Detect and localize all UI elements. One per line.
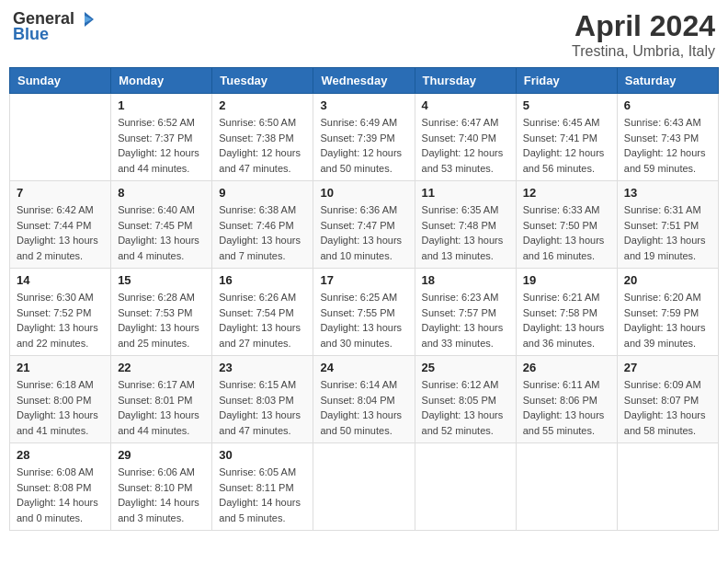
week-row-4: 21 Sunrise: 6:18 AM Sunset: 8:00 PM Dayl… [10,356,719,443]
day-cell: 8 Sunrise: 6:40 AM Sunset: 7:45 PM Dayli… [111,181,212,269]
sunset-text: Sunset: 8:03 PM [219,393,306,408]
day-info: Sunrise: 6:23 AM Sunset: 7:57 PM Dayligh… [422,290,509,350]
page-header: General Blue April 2024 Trestina, Umbria… [9,9,719,60]
sunset-text: Sunset: 7:55 PM [320,305,407,321]
day-cell: 11 Sunrise: 6:35 AM Sunset: 7:48 PM Dayl… [415,181,516,269]
day-cell: 30 Sunrise: 6:05 AM Sunset: 8:11 PM Dayl… [212,443,313,531]
sunrise-text: Sunrise: 6:14 AM [320,377,407,393]
sunrise-text: Sunrise: 6:21 AM [523,290,610,305]
header-friday: Friday [516,68,617,94]
sunrise-text: Sunrise: 6:35 AM [422,202,509,218]
day-number: 25 [422,361,509,374]
day-cell: 21 Sunrise: 6:18 AM Sunset: 8:00 PM Dayl… [10,356,111,443]
day-cell: 5 Sunrise: 6:45 AM Sunset: 7:41 PM Dayli… [516,94,617,181]
day-number: 2 [219,98,306,112]
sunset-text: Sunset: 8:11 PM [219,480,306,496]
sunrise-text: Sunrise: 6:09 AM [624,377,711,393]
day-info: Sunrise: 6:06 AM Sunset: 8:10 PM Dayligh… [118,465,205,525]
day-cell: 10 Sunrise: 6:36 AM Sunset: 7:47 PM Dayl… [313,181,415,269]
day-info: Sunrise: 6:35 AM Sunset: 7:48 PM Dayligh… [422,202,509,263]
sunrise-text: Sunrise: 6:45 AM [523,115,610,131]
day-number: 6 [624,98,711,112]
day-cell: 15 Sunrise: 6:28 AM Sunset: 7:53 PM Dayl… [111,269,212,356]
sunrise-text: Sunrise: 6:17 AM [118,377,205,393]
calendar-table: Sunday Monday Tuesday Wednesday Thursday… [9,67,719,531]
day-cell: 12 Sunrise: 6:33 AM Sunset: 7:50 PM Dayl… [516,181,617,269]
day-info: Sunrise: 6:09 AM Sunset: 8:07 PM Dayligh… [624,377,711,438]
day-cell: 20 Sunrise: 6:20 AM Sunset: 7:59 PM Dayl… [617,269,718,356]
daylight-text: Daylight: 13 hours and 52 minutes. [422,408,509,438]
day-number: 24 [320,361,407,374]
sunset-text: Sunset: 7:53 PM [118,305,205,321]
weekday-header-row: Sunday Monday Tuesday Wednesday Thursday… [10,68,719,94]
day-cell: 14 Sunrise: 6:30 AM Sunset: 7:52 PM Dayl… [10,269,111,356]
day-info: Sunrise: 6:36 AM Sunset: 7:47 PM Dayligh… [320,202,407,263]
daylight-text: Daylight: 12 hours and 44 minutes. [118,145,205,176]
day-cell: 27 Sunrise: 6:09 AM Sunset: 8:07 PM Dayl… [617,356,718,443]
day-cell [10,94,111,181]
day-cell [516,443,617,531]
daylight-text: Daylight: 13 hours and 4 minutes. [118,233,205,263]
daylight-text: Daylight: 13 hours and 13 minutes. [422,233,509,263]
header-saturday: Saturday [617,68,718,94]
day-info: Sunrise: 6:47 AM Sunset: 7:40 PM Dayligh… [422,115,509,176]
sunrise-text: Sunrise: 6:36 AM [320,202,407,218]
day-info: Sunrise: 6:08 AM Sunset: 8:08 PM Dayligh… [17,465,104,525]
title-area: April 2024 Trestina, Umbria, Italy [572,9,715,60]
sunset-text: Sunset: 7:48 PM [422,218,509,234]
day-number: 21 [17,361,104,374]
day-number: 5 [523,98,610,112]
day-cell: 1 Sunrise: 6:52 AM Sunset: 7:37 PM Dayli… [111,94,212,181]
daylight-text: Daylight: 14 hours and 0 minutes. [17,495,104,525]
day-info: Sunrise: 6:26 AM Sunset: 7:54 PM Dayligh… [219,290,306,350]
day-cell: 22 Sunrise: 6:17 AM Sunset: 8:01 PM Dayl… [111,356,212,443]
day-info: Sunrise: 6:33 AM Sunset: 7:50 PM Dayligh… [523,202,610,263]
sunrise-text: Sunrise: 6:18 AM [17,377,104,393]
day-number: 16 [219,273,306,287]
daylight-text: Daylight: 13 hours and 36 minutes. [523,320,610,350]
daylight-text: Daylight: 13 hours and 16 minutes. [523,233,610,263]
sunset-text: Sunset: 7:43 PM [624,131,711,146]
sunset-text: Sunset: 7:39 PM [320,131,407,146]
sunrise-text: Sunrise: 6:52 AM [118,115,205,131]
day-cell: 29 Sunrise: 6:06 AM Sunset: 8:10 PM Dayl… [111,443,212,531]
day-cell: 23 Sunrise: 6:15 AM Sunset: 8:03 PM Dayl… [212,356,313,443]
week-row-3: 14 Sunrise: 6:30 AM Sunset: 7:52 PM Dayl… [10,269,719,356]
day-cell: 16 Sunrise: 6:26 AM Sunset: 7:54 PM Dayl… [212,269,313,356]
sunrise-text: Sunrise: 6:05 AM [219,465,306,480]
sunset-text: Sunset: 7:41 PM [523,131,610,146]
day-info: Sunrise: 6:49 AM Sunset: 7:39 PM Dayligh… [320,115,407,176]
day-cell: 4 Sunrise: 6:47 AM Sunset: 7:40 PM Dayli… [415,94,516,181]
sunset-text: Sunset: 8:07 PM [624,393,711,408]
day-number: 1 [118,98,205,112]
sunrise-text: Sunrise: 6:11 AM [523,377,610,393]
day-cell: 13 Sunrise: 6:31 AM Sunset: 7:51 PM Dayl… [617,181,718,269]
sunrise-text: Sunrise: 6:28 AM [118,290,205,305]
sunset-text: Sunset: 8:00 PM [17,393,104,408]
daylight-text: Daylight: 13 hours and 22 minutes. [17,320,104,350]
sunset-text: Sunset: 8:06 PM [523,393,610,408]
day-cell: 24 Sunrise: 6:14 AM Sunset: 8:04 PM Dayl… [313,356,415,443]
header-monday: Monday [111,68,212,94]
sunrise-text: Sunrise: 6:25 AM [320,290,407,305]
day-number: 4 [422,98,509,112]
sunrise-text: Sunrise: 6:30 AM [17,290,104,305]
daylight-text: Daylight: 14 hours and 3 minutes. [118,495,205,525]
day-number: 30 [219,448,306,462]
sunset-text: Sunset: 8:08 PM [17,480,104,496]
sunrise-text: Sunrise: 6:15 AM [219,377,306,393]
daylight-text: Daylight: 13 hours and 2 minutes. [17,233,104,263]
daylight-text: Daylight: 12 hours and 53 minutes. [422,145,509,176]
day-number: 28 [17,448,104,462]
day-number: 27 [624,361,711,374]
sunset-text: Sunset: 7:40 PM [422,131,509,146]
day-number: 18 [422,273,509,287]
day-number: 15 [118,273,205,287]
sunrise-text: Sunrise: 6:31 AM [624,202,711,218]
sunrise-text: Sunrise: 6:47 AM [422,115,509,131]
daylight-text: Daylight: 13 hours and 10 minutes. [320,233,407,263]
header-wednesday: Wednesday [313,68,415,94]
day-cell: 25 Sunrise: 6:12 AM Sunset: 8:05 PM Dayl… [415,356,516,443]
daylight-text: Daylight: 13 hours and 7 minutes. [219,233,306,263]
sunrise-text: Sunrise: 6:43 AM [624,115,711,131]
